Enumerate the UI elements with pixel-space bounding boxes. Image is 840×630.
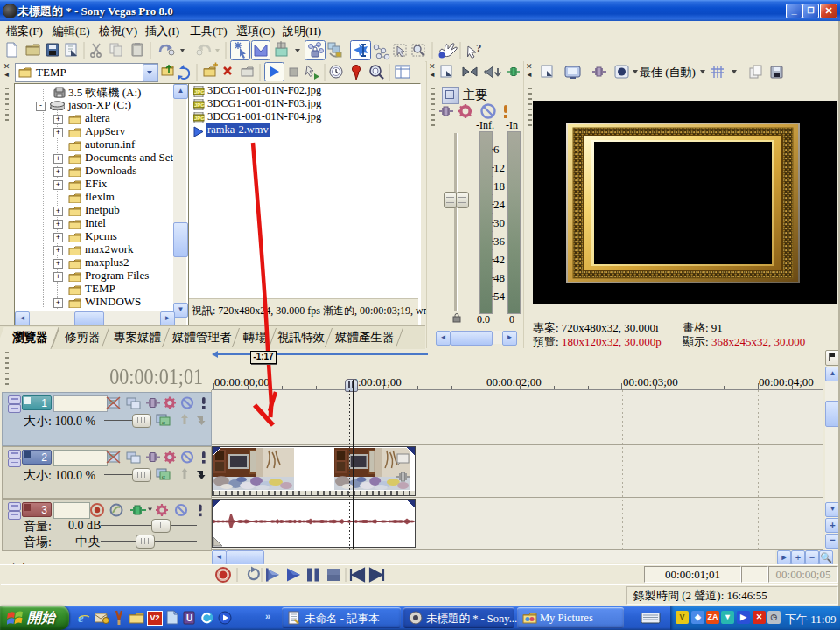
svg-text:U: U bbox=[186, 613, 192, 623]
svg-text:JPG: JPG bbox=[194, 116, 205, 121]
svg-text:?: ? bbox=[476, 41, 482, 54]
svg-text:JPG: JPG bbox=[194, 102, 205, 108]
svg-text:α: α bbox=[162, 419, 165, 426]
svg-text:α: α bbox=[162, 473, 165, 480]
svg-text:JPG: JPG bbox=[194, 89, 205, 94]
